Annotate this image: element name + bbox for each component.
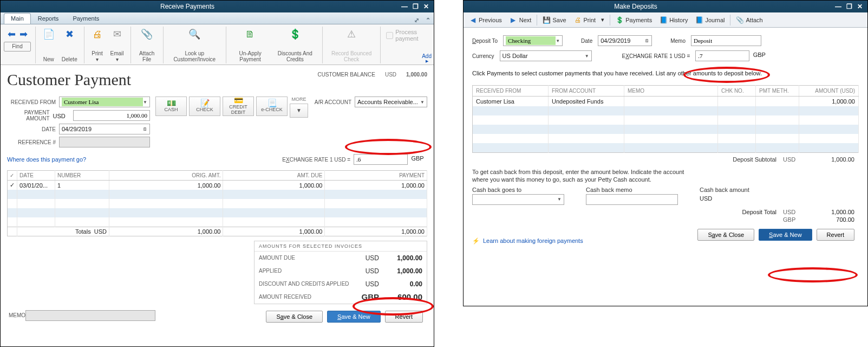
restore-icon[interactable]: ❐ bbox=[845, 3, 853, 10]
amount-recv-cur: GBP bbox=[352, 292, 379, 301]
th-payment[interactable]: PAYMENT bbox=[325, 171, 427, 181]
history-label: History bbox=[669, 17, 688, 23]
lookup-button[interactable]: 🔍Look up Customer/Invoice bbox=[167, 27, 223, 63]
exchange-rate-input[interactable] bbox=[695, 50, 749, 61]
check-button[interactable]: 📝CHECK bbox=[189, 97, 220, 116]
memo-label: MEMO bbox=[7, 312, 25, 318]
chevron-down-icon: ▼ bbox=[420, 100, 425, 105]
journal-label: Journal bbox=[705, 17, 725, 23]
amount-label: PAYMENT AMOUNT bbox=[7, 110, 50, 121]
discounts-button[interactable]: 💲Discounts And Credits bbox=[271, 27, 319, 63]
received-from-input[interactable] bbox=[62, 98, 143, 106]
received-from-dropdown[interactable]: ▼ bbox=[59, 97, 150, 107]
subtotal-label: Deposit Subtotal bbox=[733, 156, 776, 163]
attach-button[interactable]: 📎Attach File bbox=[134, 27, 160, 63]
th-chk[interactable]: CHK NO. bbox=[718, 86, 756, 97]
save-new-button[interactable]: Save & New bbox=[327, 311, 381, 323]
cashback-memo-input[interactable] bbox=[586, 194, 678, 205]
table-row[interactable]: ✓ 03/01/20... 1 1,000.00 1,000.00 1,000.… bbox=[8, 181, 427, 190]
delete-button[interactable]: ✖Delete bbox=[58, 27, 81, 63]
cashback-goes-dropdown[interactable]: ▼ bbox=[472, 194, 564, 205]
date-field[interactable]: 04/29/2019🗓 bbox=[598, 35, 652, 46]
th-meth[interactable]: PMT METH. bbox=[756, 86, 799, 97]
exchange-rate-input[interactable] bbox=[354, 154, 408, 165]
deposit-to-label: Deposit To bbox=[472, 38, 498, 44]
save-close-label: Save & Close bbox=[276, 313, 312, 320]
restore-icon[interactable]: ❐ bbox=[411, 3, 420, 10]
print-label: Print bbox=[92, 50, 103, 56]
amount-recv-val: 600.00 bbox=[379, 292, 422, 301]
payments-button[interactable]: 💲Payments bbox=[612, 15, 655, 25]
cash-button[interactable]: 💵CASH bbox=[155, 97, 187, 116]
th-memo[interactable]: MEMO bbox=[624, 86, 718, 97]
tab-reports[interactable]: Reports bbox=[31, 13, 66, 24]
email-button[interactable]: ✉Email ▾ bbox=[107, 27, 127, 63]
ar-dropdown[interactable]: Accounts Receivable...▼ bbox=[355, 97, 427, 107]
th-from[interactable]: RECEIVED FROM bbox=[473, 86, 549, 97]
currency-dropdown[interactable]: US Dollar▼ bbox=[500, 50, 592, 61]
collapse-ribbon-icon[interactable]: ⌃ bbox=[426, 17, 430, 24]
th-amount[interactable]: AMOUNT (USD) bbox=[799, 86, 859, 97]
memo-input[interactable] bbox=[25, 310, 155, 321]
payment-help-link[interactable]: Where does this payment go? bbox=[7, 156, 86, 163]
amount-input[interactable] bbox=[73, 110, 150, 121]
process-payment-checkbox[interactable]: Process payment bbox=[383, 27, 433, 44]
unapply-button[interactable]: 🗎Un-Apply Payment bbox=[230, 27, 271, 63]
close-icon[interactable]: ✕ bbox=[422, 3, 430, 10]
th-due[interactable]: AMT. DUE bbox=[223, 171, 325, 181]
exchange-rate-label: EXCHANGE RATE 1 USD = bbox=[282, 157, 350, 163]
discounts-label: Discounts And Credits bbox=[275, 50, 316, 62]
credit-button[interactable]: 💳CREDITDEBIT bbox=[223, 97, 254, 116]
make-deposits-window: Make Deposits — ❐ ✕ ◀Previous ▶Next 💾Sav… bbox=[463, 0, 868, 306]
minimize-icon[interactable]: — bbox=[400, 3, 409, 10]
save-close-button[interactable]: Save & Close bbox=[266, 311, 323, 323]
ref-input[interactable] bbox=[59, 137, 150, 147]
calendar-icon[interactable]: 🗓 bbox=[645, 38, 649, 43]
email-label: Email bbox=[110, 50, 124, 56]
revert-button[interactable]: Revert bbox=[385, 311, 423, 323]
attach-button[interactable]: 📎Attach bbox=[733, 15, 766, 25]
deposit-to-input[interactable] bbox=[506, 36, 556, 45]
next-button[interactable]: ▶Next bbox=[506, 15, 535, 25]
balance-currency: USD bbox=[385, 72, 396, 78]
save-close-button[interactable]: Save & Close bbox=[697, 229, 754, 241]
date-value: 04/29/2019 bbox=[601, 37, 630, 44]
th-account[interactable]: FROM ACCOUNT bbox=[549, 86, 624, 97]
th-date[interactable]: DATE bbox=[17, 171, 55, 181]
exchange-rate-currency: GBP bbox=[749, 50, 769, 61]
history-button[interactable]: 📘History bbox=[656, 15, 691, 25]
memo-input[interactable] bbox=[691, 35, 761, 46]
title-2: Make Deposits bbox=[467, 3, 832, 10]
deposit-total-val1: 1,000.00 bbox=[811, 209, 854, 215]
attach-icon: 📎 bbox=[736, 16, 743, 24]
find-button[interactable]: Find bbox=[4, 42, 31, 52]
tab-payments[interactable]: Payments bbox=[66, 13, 106, 24]
tab-main[interactable]: Main bbox=[4, 13, 31, 24]
date-field[interactable]: 04/29/2019🗓 bbox=[59, 124, 150, 134]
previous-button[interactable]: ◀Previous bbox=[466, 15, 505, 25]
revert-button[interactable]: Revert bbox=[817, 229, 854, 241]
expand-icon[interactable]: ⤢ bbox=[414, 17, 419, 24]
amount-disc-val: 0.00 bbox=[379, 280, 422, 288]
forward-arrow-icon[interactable]: ➡ bbox=[18, 27, 29, 41]
print-button[interactable]: 🖨Print ▾ bbox=[571, 15, 608, 25]
add-link[interactable]: Add bbox=[422, 53, 432, 59]
save-new-button[interactable]: Save & New bbox=[759, 229, 812, 241]
learn-link[interactable]: ⚡Learn about making foreign payments bbox=[472, 237, 583, 245]
calendar-icon[interactable]: 🗓 bbox=[143, 127, 147, 132]
journal-button[interactable]: 📘Journal bbox=[692, 15, 728, 25]
table-row[interactable]: Customer Lisa Undeposited Funds 1,000.00 bbox=[473, 97, 859, 107]
echeck-button[interactable]: 📃e-CHECK bbox=[256, 97, 288, 116]
close-icon[interactable]: ✕ bbox=[856, 3, 864, 10]
new-button[interactable]: 📄New bbox=[39, 27, 58, 63]
minimize-icon[interactable]: — bbox=[834, 3, 843, 10]
more-button[interactable]: ▼ bbox=[290, 104, 308, 118]
save-button[interactable]: 💾Save bbox=[539, 15, 569, 25]
more-label: MORE bbox=[292, 97, 306, 102]
th-orig[interactable]: ORIG. AMT. bbox=[109, 171, 223, 181]
th-number[interactable]: NUMBER bbox=[55, 171, 109, 181]
deposit-to-dropdown[interactable]: ▼ bbox=[503, 35, 563, 46]
print-button[interactable]: 🖨Print ▾ bbox=[88, 27, 107, 63]
received-from-label: RECEIVED FROM bbox=[7, 99, 56, 105]
back-arrow-icon[interactable]: ⬅ bbox=[6, 27, 17, 41]
